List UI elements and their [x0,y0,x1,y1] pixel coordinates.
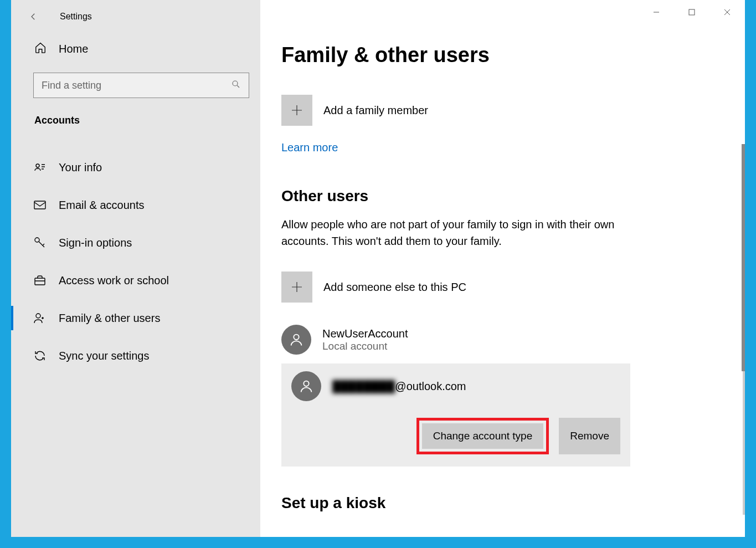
mail-icon [33,198,47,212]
user-name: NewUserAccount [322,327,408,340]
sidebar-item-label: Sync your settings [59,350,149,362]
scrollbar[interactable] [743,144,745,515]
add-family-member-button[interactable]: Add a family member [281,95,728,126]
svg-point-3 [35,238,39,242]
minimize-button[interactable] [639,0,674,24]
user-entry-selected: ████████@outlook.com Change account type… [281,363,630,467]
window-controls [639,0,745,24]
user-action-buttons: Change account type Remove [291,418,620,454]
main-content: Family & other users Add a family member… [260,0,745,512]
home-nav[interactable]: Home [11,28,260,67]
svg-rect-6 [689,9,695,15]
minimize-icon [653,9,660,16]
scrollbar-thumb[interactable] [742,144,745,371]
window-title: Settings [60,12,92,22]
maximize-button[interactable] [674,0,709,24]
svg-point-5 [36,314,40,318]
plus-icon [281,95,312,126]
sidebar-item-email[interactable]: Email & accounts [11,186,260,224]
user-row[interactable]: ████████@outlook.com [291,371,620,418]
sidebar-item-label: Family & other users [59,312,160,325]
close-icon [724,9,731,16]
svg-rect-2 [34,201,45,209]
email-suffix: @outlook.com [395,380,466,392]
user-entry-local[interactable]: NewUserAccount Local account [281,318,728,361]
sidebar-item-work[interactable]: Access work or school [11,262,260,299]
remove-button[interactable]: Remove [559,418,620,454]
close-button[interactable] [709,0,745,24]
person-icon [299,378,314,394]
nav-list: Your info Email & accounts Sign-in optio… [11,148,260,375]
svg-rect-4 [35,278,45,285]
person-card-icon [33,161,47,174]
svg-point-7 [294,335,299,340]
sidebar-item-label: Sign-in options [59,237,132,249]
sidebar-item-sync[interactable]: Sync your settings [11,337,260,375]
search-input[interactable] [42,80,231,91]
sidebar-item-label: Access work or school [59,274,169,287]
people-icon [33,311,47,325]
user-email: ████████@outlook.com [332,380,466,393]
titlebar: Settings [11,6,260,28]
change-account-type-button[interactable]: Change account type [422,423,544,449]
redacted-text: ████████ [332,380,395,393]
sidebar-item-family[interactable]: Family & other users [11,299,260,337]
user-info: ████████@outlook.com [332,380,466,393]
svg-point-1 [36,164,39,167]
back-button[interactable] [22,6,44,28]
content-area: Family & other users Add a family member… [260,0,745,537]
search-box[interactable] [33,73,249,98]
sidebar-item-signin[interactable]: Sign-in options [11,224,260,262]
sidebar-item-your-info[interactable]: Your info [11,148,260,186]
maximize-icon [688,9,695,16]
briefcase-icon [33,274,47,287]
user-subtitle: Local account [322,340,408,352]
sync-icon [33,349,47,362]
user-info: NewUserAccount Local account [322,327,408,352]
page-title: Family & other users [281,43,728,67]
sidebar: Settings Home Accounts Your info [11,0,260,537]
settings-window: Settings Home Accounts Your info [11,0,745,537]
svg-point-0 [233,81,238,86]
add-family-label: Add a family member [323,104,428,117]
learn-more-link[interactable]: Learn more [281,141,338,153]
sidebar-item-label: Email & accounts [59,199,145,212]
sidebar-item-label: Your info [59,161,102,174]
kiosk-heading: Set up a kiosk [281,494,728,512]
other-users-heading: Other users [281,187,728,205]
home-icon [34,42,47,56]
avatar [291,371,321,401]
highlight-annotation: Change account type [416,418,549,454]
person-icon [289,332,304,347]
add-someone-button[interactable]: Add someone else to this PC [281,272,728,303]
arrow-left-icon [28,12,38,22]
avatar [281,325,311,355]
svg-point-8 [304,381,308,386]
key-icon [33,236,47,249]
other-users-description: Allow people who are not part of your fa… [281,216,625,249]
plus-icon [281,272,312,303]
add-someone-label: Add someone else to this PC [323,281,466,294]
search-icon [231,79,241,91]
home-label: Home [59,43,88,55]
sidebar-section-label: Accounts [11,109,260,137]
